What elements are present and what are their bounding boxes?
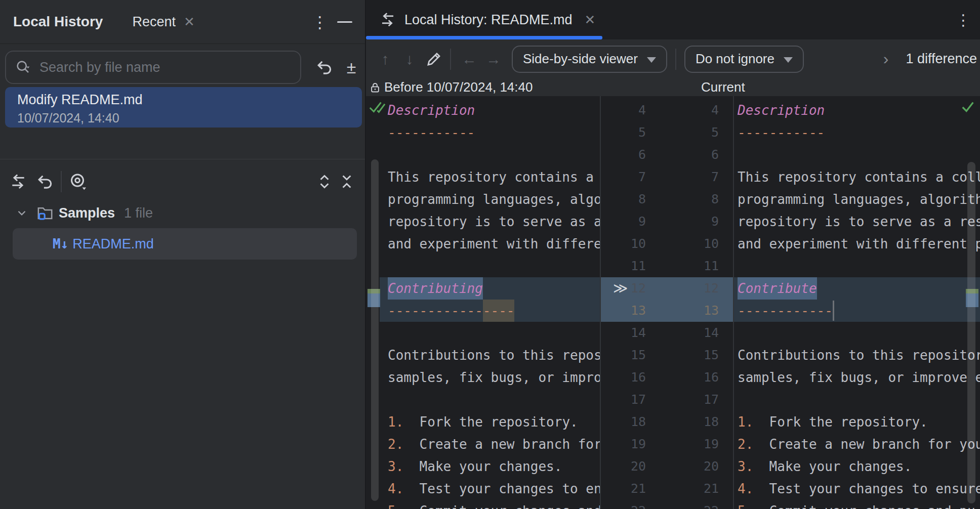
local-history-header: Local History Recent ✕ ⋮ [0, 0, 365, 44]
collapse-all-button[interactable] [336, 171, 358, 193]
code-line-right-12: Contribute [738, 277, 817, 300]
undo-icon [35, 173, 54, 191]
before-code-pane[interactable]: Description-----------This repository co… [366, 96, 600, 509]
tree-node-readme[interactable]: M↓ README.md [13, 228, 357, 260]
right-scrollbar-thumb[interactable] [967, 162, 975, 503]
toolbar-separator [61, 171, 62, 192]
line-number-gutter: 4455667788991010111112121313141415151616… [600, 96, 733, 509]
diff-toolbar: ↑ ↓ ← → Side-by-side viewer Do not ignor… [366, 39, 980, 78]
difference-count: 1 difference [906, 51, 977, 67]
code-line-right-5: ----------- [738, 121, 825, 144]
tab-close-icon[interactable]: ✕ [585, 12, 596, 28]
gutter-line-6: 66 [600, 144, 733, 166]
up-arrow-icon: ↑ [382, 51, 389, 68]
gutter-line-10: 1010 [600, 233, 733, 255]
code-line-left-9: repository is to serve as a [388, 210, 600, 233]
expand-all-button[interactable] [313, 171, 336, 193]
previous-difference-button[interactable]: ↑ [374, 48, 396, 70]
current-code-pane[interactable]: Description-----------This repository co… [733, 96, 980, 509]
diff-tab-icon [379, 11, 396, 28]
inline-change-caret [833, 301, 834, 321]
left-scrollbar-thumb[interactable] [371, 159, 379, 501]
down-arrow-icon: ↓ [406, 51, 414, 68]
editor-options-icon[interactable]: ⋮ [952, 0, 974, 39]
revert-toolbar-button[interactable] [33, 171, 56, 193]
code-line-left-20: 3. Make your changes. [388, 455, 562, 478]
hide-panel-button[interactable] [333, 0, 356, 44]
pencil-icon [425, 51, 442, 68]
navigate-forward-button[interactable]: → [482, 48, 505, 70]
folder-icon [36, 204, 54, 222]
code-line-left-19: 2. Create a new branch for [388, 433, 600, 455]
folder-meta: 1 file [124, 205, 153, 221]
tab-close-icon[interactable]: ✕ [184, 14, 195, 30]
gutter-line-19: 1919 [600, 433, 733, 455]
navigate-back-button[interactable]: ← [458, 48, 480, 70]
revision-item-selected[interactable]: Modify README.md 10/07/2024, 14:40 [5, 87, 362, 128]
viewer-mode-label: Side-by-side viewer [523, 51, 638, 67]
left-arrow-icon: ← [462, 51, 477, 68]
code-line-right-20: 3. Make your changes. [738, 455, 912, 478]
edit-source-button[interactable] [423, 48, 445, 70]
tree-node-samples[interactable]: Samples 1 file [0, 201, 365, 225]
viewer-mode-dropdown[interactable]: Side-by-side viewer [512, 46, 667, 73]
gutter-line-8: 88 [600, 188, 733, 210]
gutter-line-22: 2222 [600, 500, 733, 509]
search-icon[interactable] [15, 59, 31, 75]
chevron-down-icon[interactable] [15, 206, 28, 220]
tree-toolbar [0, 159, 365, 203]
tab-recent[interactable]: Recent ✕ [132, 14, 194, 30]
tab-label: Local History: README.md [404, 12, 573, 28]
search-input[interactable] [39, 60, 262, 75]
panel-title: Local History [13, 14, 103, 30]
code-line-right-4: Description [738, 99, 825, 121]
code-line-right-19: 2. Create a new branch for you [738, 433, 980, 455]
gutter-line-11: 1111 [600, 255, 733, 277]
revision-title: Modify README.md [17, 92, 362, 108]
right-arrow-icon: → [486, 51, 501, 68]
code-line-left-22: 5. Commit your changes and [388, 500, 600, 509]
tab-recent-label: Recent [132, 14, 176, 30]
code-line-left-15: Contributions to this repos [388, 344, 600, 366]
revert-button[interactable] [313, 49, 335, 86]
view-options-button[interactable] [67, 171, 89, 193]
code-line-right-18: 1. Fork the repository. [738, 411, 928, 433]
gutter-line-16: 1616 [600, 366, 733, 389]
code-line-left-12: Contributing [388, 277, 483, 300]
gutter-line-5: 55 [600, 121, 733, 144]
double-check-icon [369, 99, 386, 115]
panel-options-icon[interactable]: ⋮ [310, 0, 330, 44]
code-line-left-16: samples, fix bugs, or impro [388, 366, 600, 389]
diff-editor-panel: Local History: README.md ✕ ⋮ ↑ ↓ ← → Sid… [366, 0, 980, 509]
code-line-right-21: 4. Test your changes to ensure [738, 478, 980, 500]
expand-all-icon [316, 173, 333, 190]
code-line-right-7: This repository contains a coll [738, 166, 980, 188]
before-label: Before 10/07/2024, 14:40 [384, 79, 533, 95]
dropdown-caret-icon [784, 57, 793, 63]
tab-local-history-readme[interactable]: Local History: README.md ✕ [366, 0, 602, 39]
next-difference-button[interactable]: ↓ [398, 48, 421, 70]
revision-date: 10/07/2024, 14:40 [17, 111, 362, 125]
code-line-right-15: Contributions to this repositor [738, 344, 980, 366]
editor-tab-bar: Local History: README.md ✕ ⋮ [366, 0, 980, 39]
gutter-line-14: 1414 [600, 322, 733, 344]
next-change-chevron-icon[interactable]: › [883, 50, 889, 68]
check-icon [960, 99, 975, 114]
ignore-policy-label: Do not ignore [696, 51, 774, 67]
show-diff-button[interactable]: ± [340, 49, 362, 86]
lock-icon [369, 81, 381, 94]
gutter-line-20: 2020 [600, 455, 733, 478]
gutter-line-17: 1717 [600, 389, 733, 411]
search-box[interactable] [5, 51, 301, 84]
gutter-line-4: 44 [600, 99, 733, 121]
show-diff-toolbar-button[interactable] [7, 171, 29, 193]
code-line-left-8: programming languages, algo [388, 188, 600, 210]
apply-change-chevrons-icon[interactable]: ≫ [613, 277, 628, 300]
diff-body: Description-----------This repository co… [366, 96, 980, 509]
gutter-line-18: 1818 [600, 411, 733, 433]
before-title: Before 10/07/2024, 14:40 [369, 78, 533, 96]
ignore-policy-dropdown[interactable]: Do not ignore [684, 46, 804, 73]
active-tab-indicator [366, 36, 602, 39]
toolbar-separator [675, 49, 676, 70]
gutter-line-7: 77 [600, 166, 733, 188]
